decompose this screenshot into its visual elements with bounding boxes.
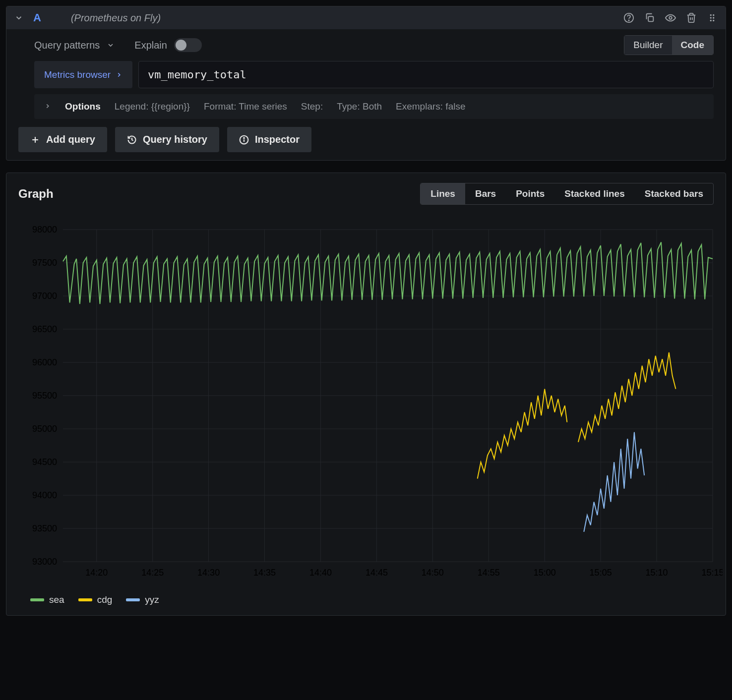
query-ref-label: A [33, 11, 41, 24]
legend-swatch [78, 598, 92, 601]
legend-item-yyz[interactable]: yyz [126, 594, 159, 605]
query-panel: A (Prometheus on Fly) Query patterns Exp… [6, 6, 726, 161]
query-expression-input[interactable] [138, 61, 714, 88]
viz-stacked-bars-button[interactable]: Stacked bars [635, 183, 713, 204]
legend-swatch [30, 598, 44, 601]
info-icon [239, 135, 249, 145]
query-header-actions [623, 12, 718, 23]
code-mode-button[interactable]: Code [672, 36, 714, 55]
chevron-down-icon[interactable] [14, 13, 23, 22]
chevron-right-icon [44, 101, 51, 112]
svg-text:14:25: 14:25 [141, 568, 164, 578]
legend-item-cdg[interactable]: cdg [78, 594, 113, 605]
plus-icon [30, 135, 40, 145]
svg-point-8 [710, 20, 712, 21]
viz-lines-button[interactable]: Lines [421, 183, 465, 204]
svg-text:15:10: 15:10 [646, 568, 668, 578]
svg-text:94500: 94500 [32, 457, 57, 467]
svg-point-6 [710, 17, 712, 18]
svg-text:93000: 93000 [32, 557, 57, 567]
svg-text:14:20: 14:20 [85, 568, 108, 578]
svg-text:93500: 93500 [32, 524, 57, 533]
svg-text:97500: 97500 [32, 258, 57, 268]
inspector-button[interactable]: Inspector [227, 127, 311, 152]
svg-text:96000: 96000 [32, 357, 57, 367]
viz-points-button[interactable]: Points [506, 183, 554, 204]
viz-stacked-lines-button[interactable]: Stacked lines [554, 183, 634, 204]
chart-legend: seacdgyyz [18, 594, 714, 605]
svg-point-9 [713, 20, 714, 21]
svg-point-5 [713, 14, 714, 16]
editor-mode-switch: Builder Code [624, 35, 714, 55]
option-exemplars: Exemplars: false [396, 101, 465, 112]
svg-point-7 [713, 17, 714, 18]
eye-icon[interactable] [665, 12, 676, 23]
legend-label: cdg [97, 594, 113, 605]
add-query-button[interactable]: Add query [18, 127, 107, 152]
query-input-row: Metrics browser [6, 61, 726, 94]
query-header: A (Prometheus on Fly) [6, 6, 726, 29]
query-options-row[interactable]: Options Legend: {{region}} Format: Time … [34, 94, 714, 119]
option-format: Format: Time series [204, 101, 287, 112]
svg-text:14:55: 14:55 [478, 568, 500, 578]
copy-icon[interactable] [644, 12, 655, 23]
svg-text:15:00: 15:00 [534, 568, 556, 578]
graph-panel: Graph Lines Bars Points Stacked lines St… [6, 173, 726, 616]
option-type: Type: Both [337, 101, 382, 112]
explain-label: Explain [134, 40, 167, 51]
viz-type-switch: Lines Bars Points Stacked lines Stacked … [420, 183, 714, 205]
option-step: Step: [301, 101, 323, 112]
svg-text:97000: 97000 [32, 291, 57, 301]
history-icon [127, 135, 137, 145]
builder-mode-button[interactable]: Builder [624, 36, 671, 55]
svg-text:15:05: 15:05 [590, 568, 612, 578]
explain-toggle[interactable] [174, 38, 202, 52]
graph-header: Graph Lines Bars Points Stacked lines St… [18, 183, 714, 205]
svg-point-4 [710, 14, 712, 16]
svg-text:95500: 95500 [32, 391, 57, 401]
query-patterns-dropdown[interactable]: Query patterns [34, 40, 115, 51]
query-controls-row: Query patterns Explain Builder Code [6, 29, 726, 61]
query-history-button[interactable]: Query history [115, 127, 219, 152]
legend-label: sea [49, 594, 64, 605]
option-legend: Legend: {{region}} [115, 101, 190, 112]
svg-text:94000: 94000 [32, 490, 57, 500]
legend-item-sea[interactable]: sea [30, 594, 64, 605]
svg-text:14:40: 14:40 [309, 568, 332, 578]
svg-point-3 [669, 16, 672, 19]
chart-canvas[interactable]: 9300093500940009450095000955009600096500… [18, 215, 723, 591]
svg-text:14:30: 14:30 [197, 568, 220, 578]
svg-text:14:45: 14:45 [366, 568, 388, 578]
svg-text:14:35: 14:35 [253, 568, 276, 578]
query-action-buttons: Add query Query history Inspector [6, 127, 726, 160]
datasource-name: (Prometheus on Fly) [71, 12, 623, 24]
options-label: Options [65, 101, 101, 112]
svg-point-14 [244, 137, 244, 138]
viz-bars-button[interactable]: Bars [465, 183, 506, 204]
explain-toggle-row: Explain [134, 38, 202, 52]
metrics-browser-button[interactable]: Metrics browser [34, 61, 132, 88]
legend-swatch [126, 598, 140, 601]
legend-label: yyz [145, 594, 159, 605]
svg-text:98000: 98000 [32, 225, 57, 234]
graph-title: Graph [18, 187, 54, 201]
help-icon[interactable] [623, 12, 634, 23]
svg-text:14:50: 14:50 [422, 568, 444, 578]
drag-handle-icon[interactable] [707, 12, 718, 23]
svg-rect-2 [648, 16, 653, 21]
trash-icon[interactable] [686, 12, 697, 23]
svg-text:95000: 95000 [32, 424, 57, 434]
svg-text:15:15: 15:15 [701, 568, 723, 578]
svg-text:96500: 96500 [32, 324, 57, 334]
svg-point-1 [628, 20, 629, 20]
